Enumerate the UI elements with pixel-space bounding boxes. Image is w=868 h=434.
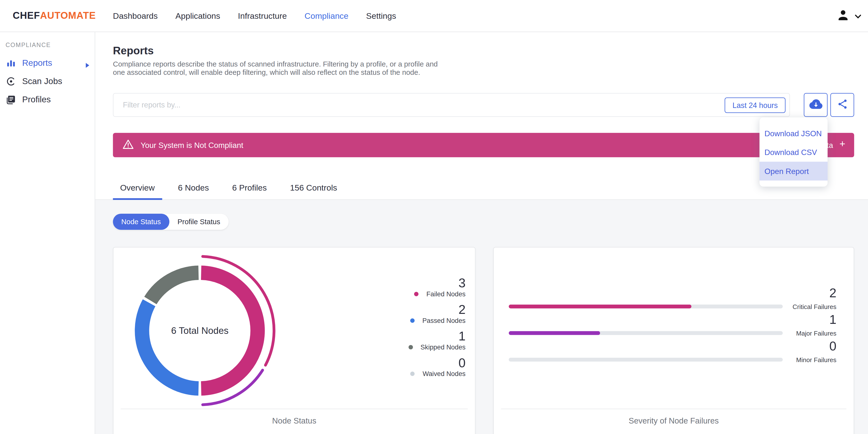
sidebar-items: ReportsScan JobsProfiles — [0, 55, 95, 108]
legend-value: 1 — [408, 330, 466, 343]
time-range-button[interactable]: Last 24 hours — [725, 97, 786, 113]
severity-label: Minor Failures — [796, 356, 837, 363]
severity-rows: 2Critical Failures1Major Failures0Minor … — [509, 286, 836, 366]
nav-item-infrastructure[interactable]: Infrastructure — [238, 11, 287, 21]
legend-label: Waived Nodes — [423, 370, 466, 378]
share-icon — [836, 98, 848, 112]
card-divider — [121, 409, 468, 409]
legend-row: 2Passed Nodes — [408, 303, 466, 324]
node-status-legend: 3Failed Nodes2Passed Nodes1Skipped Nodes… — [408, 276, 466, 382]
warning-icon — [122, 139, 134, 151]
bar-chart-icon — [6, 58, 16, 68]
severity-value: 2 — [829, 286, 836, 300]
severity-label: Major Failures — [796, 330, 837, 337]
logo[interactable]: CHEFAUTOMATE — [13, 10, 96, 22]
sidebar-section-label: COMPLIANCE — [6, 41, 95, 48]
severity-row: 2Critical Failures — [509, 286, 836, 313]
severity-card: 2Critical Failures1Major Failures0Minor … — [493, 247, 855, 434]
top-nav: CHEFAUTOMATE DashboardsApplicationsInfra… — [0, 0, 868, 32]
page-description: Compliance reports describe the status o… — [113, 60, 438, 76]
cloud-download-icon — [809, 97, 823, 113]
sidebar-item-reports[interactable]: Reports — [0, 55, 95, 71]
filter-bar: Last 24 hours — [113, 93, 790, 117]
download-menu: Download JSONDownload CSVOpen Report — [760, 118, 828, 187]
legend-label: Passed Nodes — [423, 317, 466, 324]
severity-value: 1 — [829, 313, 836, 326]
legend-label: Skipped Nodes — [421, 343, 466, 351]
severity-bar-track — [509, 305, 783, 309]
legend-line: Passed Nodes — [408, 317, 466, 324]
severity-caption: Severity of Node Failures — [494, 416, 854, 425]
profiles-icon — [6, 95, 16, 105]
compliance-banner: Your System is Not Compliant ta + — [113, 133, 855, 157]
legend-label: Failed Nodes — [426, 290, 466, 298]
legend-line: Failed Nodes — [408, 290, 466, 298]
app-window: CHEFAUTOMATE DashboardsApplicationsInfra… — [0, 0, 868, 434]
node-status-card: 6 Total Nodes 3Failed Nodes2Passed Nodes… — [113, 247, 475, 434]
main-content: Reports Compliance reports describe the … — [95, 32, 868, 434]
severity-bar-track — [509, 331, 783, 335]
legend-value: 3 — [408, 276, 466, 290]
node-status-caption: Node Status — [114, 416, 475, 425]
legend-dot — [408, 345, 413, 349]
banner-expand-button[interactable]: + — [836, 138, 848, 151]
severity-bar-fill — [509, 305, 691, 309]
toggle-node-status[interactable]: Node Status — [113, 214, 169, 230]
nav-item-compliance[interactable]: Compliance — [305, 11, 348, 21]
sidebar-item-label: Scan Jobs — [22, 76, 62, 87]
download-button[interactable] — [804, 93, 828, 117]
legend-dot — [410, 372, 415, 376]
sidebar-item-label: Profiles — [22, 95, 51, 105]
legend-row: 3Failed Nodes — [408, 276, 466, 298]
menu-item-open-report[interactable]: Open Report — [760, 162, 828, 181]
page-description-line1: Compliance reports describe the status o… — [113, 60, 438, 68]
legend-row: 1Skipped Nodes — [408, 330, 466, 351]
card-divider — [501, 409, 846, 409]
scan-icon — [6, 76, 16, 87]
tab-6-profiles[interactable]: 6 Profiles — [225, 176, 274, 200]
page-title: Reports — [113, 44, 154, 57]
tab-6-nodes[interactable]: 6 Nodes — [171, 176, 216, 200]
legend-dot — [410, 318, 415, 323]
nav-item-settings[interactable]: Settings — [366, 11, 396, 21]
legend-dot — [414, 292, 418, 296]
menu-item-download-json[interactable]: Download JSON — [760, 124, 828, 143]
severity-row: 1Major Failures — [509, 313, 836, 339]
nav-item-dashboards[interactable]: Dashboards — [113, 11, 158, 21]
legend-value: 2 — [408, 303, 466, 316]
nav-item-applications[interactable]: Applications — [176, 11, 220, 21]
submenu-arrow-icon — [85, 60, 90, 70]
status-toggle: Node StatusProfile Status — [113, 214, 229, 230]
legend-row: 0Waived Nodes — [408, 356, 466, 378]
severity-value: 0 — [829, 339, 836, 353]
filter-input[interactable] — [114, 94, 789, 116]
banner-right-text: ta — [827, 141, 833, 149]
main-nav: DashboardsApplicationsInfrastructureComp… — [113, 11, 396, 21]
sidebar-item-label: Reports — [22, 58, 52, 68]
user-menu[interactable] — [836, 8, 861, 24]
sidebar: COMPLIANCE ReportsScan JobsProfiles — [0, 32, 95, 434]
severity-row: 0Minor Failures — [509, 339, 836, 366]
logo-chef: CHEF — [13, 10, 40, 22]
menu-item-download-csv[interactable]: Download CSV — [760, 143, 828, 161]
chevron-down-icon — [855, 11, 861, 21]
share-button[interactable] — [830, 93, 854, 117]
tab-overview[interactable]: Overview — [113, 176, 162, 200]
severity-bar-fill — [509, 331, 600, 335]
banner-text: Your System is Not Compliant — [141, 141, 243, 149]
page-description-line2: one associated control, will enable deep… — [113, 68, 420, 76]
severity-bar-track — [509, 358, 783, 362]
sidebar-item-scan-jobs[interactable]: Scan Jobs — [0, 73, 95, 90]
sidebar-item-profiles[interactable]: Profiles — [0, 91, 95, 108]
logo-automate: AUTOMATE — [40, 10, 96, 22]
legend-value: 0 — [408, 356, 466, 369]
person-icon — [836, 8, 850, 24]
toggle-profile-status[interactable]: Profile Status — [169, 214, 228, 230]
severity-label: Critical Failures — [793, 303, 836, 310]
tab-bar: Overview6 Nodes6 Profiles156 Controls — [95, 176, 868, 200]
tab-156-controls[interactable]: 156 Controls — [283, 176, 344, 200]
legend-line: Skipped Nodes — [408, 343, 466, 351]
legend-line: Waived Nodes — [408, 370, 466, 378]
donut-center-label: 6 Total Nodes — [156, 326, 244, 337]
